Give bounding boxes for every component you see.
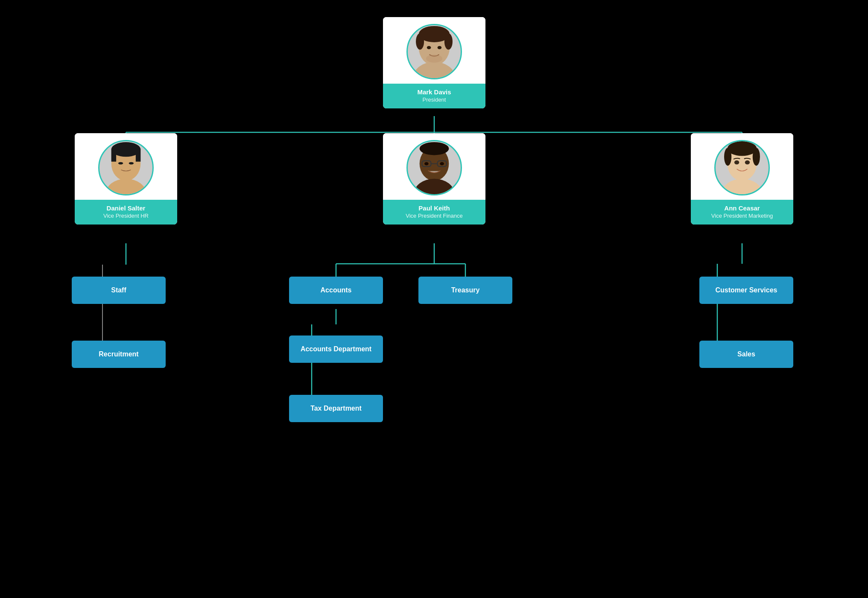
treasury-label: Treasury (451, 286, 480, 294)
customer-services-label: Customer Services (716, 286, 777, 294)
svg-point-50 (745, 160, 750, 165)
president-avatar-wrap (383, 17, 485, 79)
customer-services-dept: Customer Services (699, 277, 793, 304)
svg-point-38 (420, 142, 449, 155)
vp-marketing-card: Ann Ceasar Vice President Marketing (691, 133, 793, 225)
accounts-dept-label: Accounts Department (301, 345, 371, 353)
sales-dept: Sales (699, 341, 793, 368)
vp-finance-avatar (406, 140, 462, 195)
svg-point-30 (105, 179, 146, 195)
svg-rect-32 (111, 149, 116, 162)
svg-point-27 (438, 46, 442, 50)
svg-point-24 (416, 33, 424, 50)
vp-finance-title: Vice President Finance (386, 213, 482, 220)
svg-point-42 (424, 162, 429, 166)
treasury-dept: Treasury (418, 277, 512, 304)
svg-point-28 (426, 55, 442, 63)
svg-point-48 (753, 148, 760, 166)
president-title: President (386, 96, 482, 104)
vp-marketing-name: Ann Ceasar (694, 204, 790, 213)
svg-point-45 (722, 179, 762, 195)
vp-marketing-avatar-wrap (691, 133, 793, 195)
svg-point-35 (129, 162, 134, 165)
president-avatar (406, 24, 462, 79)
tax-dept: Tax Department (289, 395, 383, 422)
vp-hr-title: Vice President HR (78, 213, 174, 220)
vp-marketing-avatar (714, 140, 770, 195)
svg-point-37 (414, 179, 454, 195)
svg-point-49 (734, 160, 739, 165)
vp-finance-avatar-wrap (383, 133, 485, 195)
recruitment-label: Recruitment (99, 350, 138, 358)
vp-finance-name: Paul Keith (386, 204, 482, 213)
vp-hr-avatar-wrap (75, 133, 177, 195)
svg-point-34 (118, 162, 123, 165)
svg-rect-33 (136, 149, 140, 162)
vp-hr-avatar (98, 140, 154, 195)
vp-hr-footer: Daniel Salter Vice President HR (75, 200, 177, 225)
president-name: Mark Davis (386, 88, 482, 96)
sales-label: Sales (737, 350, 755, 358)
svg-point-22 (413, 62, 455, 79)
president-footer: Mark Davis President (383, 84, 485, 108)
vp-finance-card: Paul Keith Vice President Finance (383, 133, 485, 225)
svg-point-25 (444, 33, 453, 50)
svg-point-47 (724, 148, 731, 166)
accounts-label: Accounts (321, 286, 352, 294)
recruitment-dept: Recruitment (72, 341, 166, 368)
staff-label: Staff (111, 286, 126, 294)
vp-hr-name: Daniel Salter (78, 204, 174, 213)
staff-dept: Staff (72, 277, 166, 304)
org-chart: Mark Davis President (0, 0, 868, 598)
vp-hr-card: Daniel Salter Vice President HR (75, 133, 177, 225)
president-card: Mark Davis President (383, 17, 485, 108)
vp-marketing-title: Vice President Marketing (694, 213, 790, 220)
accounts-dept: Accounts (289, 277, 383, 304)
vp-marketing-footer: Ann Ceasar Vice President Marketing (691, 200, 793, 225)
svg-point-43 (440, 162, 444, 166)
vp-finance-footer: Paul Keith Vice President Finance (383, 200, 485, 225)
svg-point-46 (728, 141, 757, 156)
svg-point-26 (427, 46, 431, 50)
tax-dept-label: Tax Department (310, 405, 362, 412)
accounts-department-dept: Accounts Department (289, 335, 383, 363)
